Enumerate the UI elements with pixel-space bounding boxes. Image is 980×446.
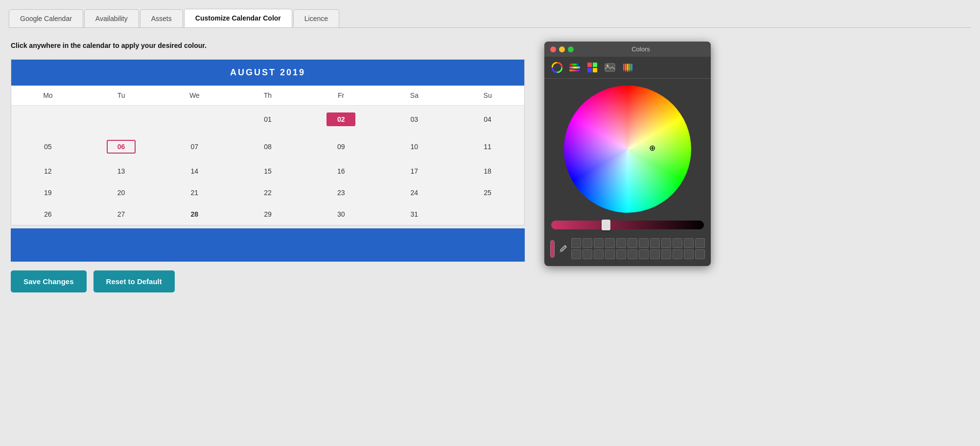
weekday-su: Su [451, 86, 524, 106]
swatch-22[interactable] [673, 249, 682, 259]
svg-rect-3 [569, 67, 580, 68]
swatch-9[interactable] [661, 238, 671, 248]
cal-cell[interactable]: 04 [451, 106, 524, 134]
window-maximize-dot[interactable] [568, 46, 574, 52]
cal-cell[interactable]: 14 [158, 160, 231, 182]
window-minimize-dot[interactable] [559, 46, 565, 52]
cal-cell[interactable]: 19 [11, 182, 85, 203]
swatch-20[interactable] [650, 249, 660, 259]
cal-cell[interactable]: 20 [85, 182, 158, 203]
cal-cell-06[interactable]: 06 [85, 133, 158, 160]
tab-google-calendar[interactable]: Google Calendar [9, 9, 83, 27]
swatch-4[interactable] [605, 238, 615, 248]
svg-marker-17 [625, 70, 627, 72]
calendar[interactable]: AUGUST 2019 Mo Tu We Th Fr Sa Su [11, 59, 525, 225]
crayons-tool-icon[interactable] [621, 61, 634, 74]
weekday-th: Th [231, 86, 304, 106]
window-close-dot[interactable] [550, 46, 556, 52]
swatch-13[interactable] [571, 249, 581, 259]
cal-cell[interactable] [85, 106, 158, 134]
cal-cell[interactable]: 30 [304, 203, 378, 225]
cal-cell[interactable]: 16 [304, 160, 378, 182]
cal-cell[interactable]: 05 [11, 133, 85, 160]
eyedropper-tool-icon[interactable] [559, 242, 567, 256]
swatch-10[interactable] [673, 238, 682, 248]
tab-customize-color[interactable]: Customize Calendar Color [184, 9, 292, 27]
cal-cell[interactable]: 11 [451, 133, 524, 160]
current-color-swatch[interactable] [550, 240, 555, 258]
swatches-tool-icon[interactable] [585, 61, 599, 74]
cal-cell[interactable]: 23 [304, 182, 378, 203]
swatch-7[interactable] [639, 238, 649, 248]
table-row: 05 06 07 08 09 10 11 [11, 133, 524, 160]
cal-cell[interactable]: 21 [158, 182, 231, 203]
swatch-6[interactable] [628, 238, 637, 248]
svg-rect-13 [627, 64, 629, 70]
tab-licence[interactable]: Licence [293, 9, 339, 27]
tab-assets[interactable]: Assets [140, 9, 183, 27]
swatch-21[interactable] [661, 249, 671, 259]
swatch-8[interactable] [650, 238, 660, 248]
cal-cell[interactable] [158, 106, 231, 134]
color-picker-title: Colors [577, 45, 705, 53]
bold-date-28: 28 [190, 210, 198, 218]
cal-cell[interactable]: 13 [85, 160, 158, 182]
save-changes-button[interactable]: Save Changes [11, 270, 87, 292]
table-row: 19 20 21 22 23 24 25 [11, 182, 524, 203]
image-tool-icon[interactable] [603, 61, 617, 74]
cal-cell[interactable] [11, 106, 85, 134]
svg-rect-14 [629, 64, 630, 70]
swatch-24[interactable] [695, 249, 705, 259]
swatch-2[interactable] [583, 238, 592, 248]
reset-to-default-button[interactable]: Reset to Default [93, 270, 175, 292]
swatch-3[interactable] [594, 238, 604, 248]
color-slider-thumb[interactable] [602, 220, 610, 230]
cal-cell[interactable]: 25 [451, 182, 524, 203]
color-wheel[interactable]: ⊕ [564, 86, 691, 213]
cal-cell[interactable]: 09 [304, 133, 378, 160]
cal-cell[interactable]: 27 [85, 203, 158, 225]
swatch-12[interactable] [695, 238, 705, 248]
color-slider-track[interactable] [551, 221, 704, 229]
cal-cell[interactable]: 31 [378, 203, 451, 225]
color-wheel-container[interactable]: ⊕ [544, 79, 711, 218]
cal-cell-02[interactable]: 02 [304, 106, 378, 134]
cal-cell[interactable]: 12 [11, 160, 85, 182]
cal-cell[interactable] [451, 203, 524, 225]
cal-cell[interactable]: 03 [378, 106, 451, 134]
swatch-18[interactable] [628, 249, 637, 259]
cal-cell[interactable]: 22 [231, 182, 304, 203]
swatch-17[interactable] [616, 249, 626, 259]
cal-cell[interactable]: 07 [158, 133, 231, 160]
cal-cell[interactable]: 18 [451, 160, 524, 182]
color-preview-bar[interactable] [11, 228, 525, 262]
cal-cell[interactable]: 29 [231, 203, 304, 225]
swatch-5[interactable] [616, 238, 626, 248]
swatch-15[interactable] [594, 249, 604, 259]
svg-marker-16 [623, 70, 625, 72]
cal-cell[interactable]: 08 [231, 133, 304, 160]
cal-cell[interactable]: 17 [378, 160, 451, 182]
swatch-23[interactable] [684, 249, 694, 259]
tab-availability[interactable]: Availability [84, 9, 139, 27]
spectrum-tool-icon[interactable] [568, 61, 582, 74]
swatch-1[interactable] [571, 238, 581, 248]
cal-cell[interactable]: 10 [378, 133, 451, 160]
swatch-16[interactable] [605, 249, 615, 259]
highlighted-date-02[interactable]: 02 [327, 112, 356, 126]
cal-cell[interactable]: 26 [11, 203, 85, 225]
calendar-header: AUGUST 2019 [11, 60, 524, 86]
color-picker-bottom [544, 234, 711, 266]
cal-cell-28[interactable]: 28 [158, 203, 231, 225]
swatch-11[interactable] [684, 238, 694, 248]
highlighted-date-06[interactable]: 06 [107, 140, 136, 154]
cal-cell[interactable]: 15 [231, 160, 304, 182]
swatch-14[interactable] [583, 249, 592, 259]
swatch-19[interactable] [639, 249, 649, 259]
left-panel: Click anywhere in the calendar to apply … [11, 42, 525, 292]
cal-cell[interactable]: 01 [231, 106, 304, 134]
cal-cell[interactable]: 24 [378, 182, 451, 203]
color-slider-container[interactable] [544, 218, 711, 234]
main-content: Click anywhere in the calendar to apply … [0, 28, 980, 303]
color-wheel-tool-icon[interactable] [550, 61, 564, 74]
